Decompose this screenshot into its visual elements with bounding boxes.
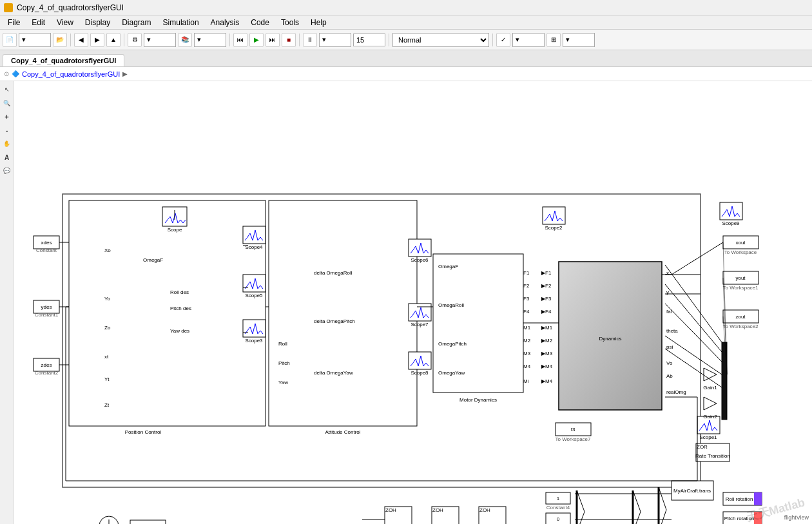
svg-text:Xo: Xo (104, 247, 111, 253)
open-button[interactable]: 📂 (53, 33, 67, 47)
new-model-button[interactable]: 📄 (3, 33, 17, 47)
svg-text:▶F1: ▶F1 (541, 270, 552, 276)
svg-text:yout: yout (735, 275, 746, 281)
svg-text:M3: M3 (523, 351, 531, 356)
svg-text:zout: zout (735, 314, 746, 320)
forward-button[interactable]: ▶ (90, 33, 104, 47)
zoom-in-btn[interactable]: + (1, 111, 13, 122)
menu-help[interactable]: Help (305, 17, 332, 28)
svg-text:Motor Dynamics: Motor Dynamics (459, 397, 497, 403)
layout-dropdown[interactable]: ▾ (563, 33, 595, 47)
pause-button[interactable]: ⏸ (303, 33, 317, 47)
check-button[interactable]: ✓ (496, 33, 510, 47)
svg-text:Scope3: Scope3 (245, 338, 263, 344)
svg-text:Scope5: Scope5 (245, 293, 263, 298)
app-icon (4, 3, 13, 12)
stop-button[interactable]: ■ (282, 33, 296, 47)
svg-text:F4: F4 (523, 309, 530, 315)
hand-tool[interactable]: ✋ (1, 138, 13, 150)
library-dropdown[interactable]: ▾ (194, 33, 226, 47)
svg-text:Roll: Roll (278, 341, 287, 347)
run-button[interactable]: ▶ (249, 33, 264, 47)
back-button[interactable]: ◀ (74, 33, 88, 47)
menu-file[interactable]: File (3, 17, 25, 28)
menu-diagram[interactable]: Diagram (117, 17, 156, 28)
comment-tool[interactable]: 💬 (1, 165, 13, 177)
menu-edit[interactable]: Edit (26, 17, 50, 28)
svg-text:zdes: zdes (41, 362, 52, 368)
select-tool[interactable]: ↖ (1, 84, 13, 95)
svg-text:Dynamics: Dynamics (599, 336, 621, 342)
svg-text:Position Control: Position Control (125, 429, 162, 435)
text-tool[interactable]: A (1, 151, 13, 163)
svg-rect-3 (269, 200, 417, 426)
menu-tools[interactable]: Tools (276, 17, 304, 28)
sim-time-input[interactable] (353, 34, 385, 46)
sim-mode-select[interactable]: Normal Accelerator Rapid Accelerator (392, 33, 489, 47)
layout-button[interactable]: ⊞ (546, 33, 561, 47)
left-sidebar: ↖ 🔍 + - ✋ A 💬 (0, 81, 14, 524)
svg-text:M4: M4 (523, 364, 531, 369)
svg-text:F1: F1 (523, 270, 530, 276)
svg-text:OmegaPitch: OmegaPitch (438, 341, 467, 347)
svg-text:Scope6: Scope6 (411, 257, 429, 263)
svg-text:xout: xout (735, 240, 746, 246)
main-area: ↖ 🔍 + - ✋ A 💬 Position Control Attitude … (0, 81, 812, 524)
menu-display[interactable]: Display (80, 17, 115, 28)
step-button[interactable]: ⏭ (266, 33, 280, 47)
svg-text:Yaw: Yaw (278, 380, 288, 385)
svg-text:To Workspace1: To Workspace1 (723, 285, 759, 291)
sep4 (299, 34, 300, 46)
main-tab[interactable]: Copy_4_of_quadrotorsflyerGUI (3, 54, 124, 66)
svg-text:▶M4: ▶M4 (541, 378, 553, 384)
flightview-label: flightView (784, 514, 809, 521)
zoom-out-btn[interactable]: - (1, 124, 13, 136)
menu-simulation[interactable]: Simulation (158, 17, 204, 28)
check-dropdown[interactable]: ▾ (512, 33, 545, 47)
sep1 (70, 34, 71, 46)
toolbar: 📄 ▾ 📂 ◀ ▶ ▲ ⚙ ▾ 📚 ▾ ⏮ ▶ ⏭ ■ ⏸ ▾ Normal A… (0, 30, 812, 50)
config-button[interactable]: ⚙ (128, 33, 142, 47)
svg-line-164 (633, 512, 641, 524)
svg-text:Mi: Mi (523, 378, 529, 384)
zoom-in-tool[interactable]: 🔍 (1, 97, 13, 109)
svg-text:Gain1: Gain1 (703, 385, 717, 391)
svg-text:Scope4: Scope4 (245, 244, 263, 250)
svg-line-161 (577, 512, 585, 524)
svg-text:Pitch: Pitch (278, 360, 290, 366)
menu-code[interactable]: Code (246, 17, 275, 28)
menu-analysis[interactable]: Analysis (206, 17, 245, 28)
canvas-area[interactable]: Position Control Attitude Control Motor … (14, 81, 812, 524)
svg-text:M1: M1 (523, 325, 531, 331)
sep2 (124, 34, 124, 46)
svg-text:ZOH: ZOH (385, 507, 396, 513)
svg-text:delta OmegaRoll: delta OmegaRoll (314, 270, 353, 276)
svg-text:Roll des: Roll des (170, 289, 189, 295)
breadcrumb-arrow: ▶ (122, 70, 128, 77)
svg-text:OmegaRoll: OmegaRoll (438, 302, 464, 308)
up-button[interactable]: ▲ (106, 33, 121, 47)
svg-marker-51 (704, 397, 717, 410)
svg-rect-81 (754, 492, 762, 505)
tab-bar: Copy_4_of_quadrotorsflyerGUI (0, 50, 812, 67)
sep3 (229, 34, 230, 46)
svg-text:To Workspace2: To Workspace2 (723, 324, 759, 329)
svg-text:▶M1: ▶M1 (541, 325, 553, 331)
pause-dropdown[interactable]: ▾ (319, 33, 351, 47)
svg-text:▶F3: ▶F3 (541, 296, 552, 302)
svg-text:Constant2: Constant2 (35, 370, 59, 376)
diagram-svg: Position Control Attitude Control Motor … (14, 81, 812, 524)
fast-restart-button[interactable]: ⏮ (233, 33, 247, 47)
config-dropdown[interactable]: ▾ (144, 33, 176, 47)
svg-text:Scope2: Scope2 (545, 225, 563, 231)
library-button[interactable]: 📚 (178, 33, 192, 47)
svg-line-145 (665, 349, 722, 387)
menu-bar: File Edit View Display Diagram Simulatio… (0, 15, 812, 30)
menu-view[interactable]: View (52, 17, 79, 28)
breadcrumb-model[interactable]: Copy_4_of_quadrotorsflyerGUI (22, 70, 120, 78)
svg-text:Vo: Vo (666, 360, 673, 366)
svg-text:Gain2: Gain2 (703, 414, 717, 420)
svg-text:Ab: Ab (666, 373, 673, 379)
new-dropdown[interactable]: ▾ (19, 33, 51, 47)
svg-text:Yo: Yo (104, 296, 111, 302)
